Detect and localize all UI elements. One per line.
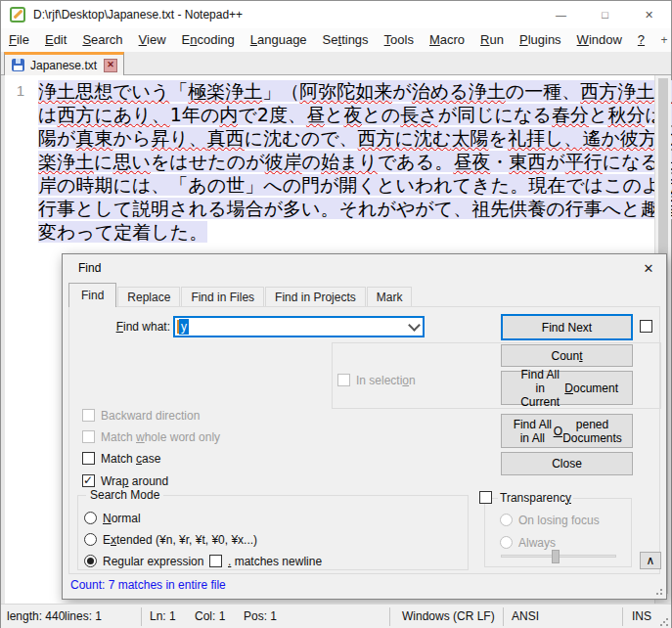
wrap-around-checkbox[interactable]: Wrap around — [82, 473, 168, 488]
checkbox-box — [82, 409, 95, 422]
text-segment-misspelled: 春分 — [552, 104, 589, 125]
transparency-checkbox[interactable]: Transparency — [479, 490, 573, 505]
checkbox-box — [479, 491, 492, 504]
combo-dropdown-button[interactable] — [405, 318, 423, 336]
menu-item-settings[interactable]: Settings — [315, 28, 377, 52]
menu-item-view[interactable]: View — [131, 28, 174, 52]
maximize-button[interactable]: □ — [583, 1, 627, 28]
text-segment: に沈むので、 — [245, 127, 358, 149]
tab-close-icon[interactable]: ✕ — [104, 59, 117, 72]
insert-mode[interactable]: INS — [632, 609, 651, 623]
dot-matches-newline-checkbox[interactable]: . matches newline — [209, 554, 322, 568]
dialog-resize-grip[interactable] — [655, 588, 663, 596]
tab-japanese-txt[interactable]: Japanese.txt ✕ — [4, 52, 124, 75]
minimize-button[interactable]: — — [539, 1, 583, 28]
cursor-position: Pos: 1 — [244, 609, 277, 623]
close-dialog-button[interactable]: Close — [501, 452, 633, 475]
text-segment-misspelled: 夜 — [343, 104, 362, 125]
text-segment-misspelled: 思い — [112, 151, 150, 172]
menu-bar: FileEditSearchViewEncodingLanguageSettin… — [1, 28, 671, 52]
menu-item-help[interactable]: ? — [630, 28, 652, 52]
menu-item-search[interactable]: Search — [74, 28, 130, 52]
backward-direction-checkbox[interactable]: Backward direction — [82, 408, 200, 423]
status-bar: length: 440 lines: 1 Ln: 1 Col: 1 Pos: 1… — [1, 604, 671, 628]
document-line: 陽が真東から昇り、真西に沈むので、西方に沈む太陽を礼拝し、遙か彼方の極 — [38, 126, 651, 150]
find-dialog-tab-mark[interactable]: Mark — [367, 287, 413, 307]
on-losing-focus-label: On losing focus — [518, 514, 600, 527]
menu-item-encoding[interactable]: Encoding — [174, 28, 243, 52]
match-whole-word-checkbox[interactable]: Match whole word only — [82, 429, 220, 444]
match-case-checkbox[interactable]: Match case — [82, 451, 160, 466]
count-button[interactable]: Count — [501, 344, 633, 367]
in-selection-label: In selection — [356, 374, 416, 387]
search-mode-extended-radio[interactable]: Extended (¥n, ¥r, ¥t, ¥0, ¥x...) — [84, 532, 257, 547]
text-segment: から — [112, 127, 151, 149]
document-line: 楽浄土に思いをはせたのが彼岸の始まりである。昼夜・東西が平行になるお彼 — [38, 150, 651, 173]
window-resize-grip[interactable] — [659, 617, 669, 627]
find-dialog-tab-replace[interactable]: Replace — [117, 287, 180, 307]
text-segment: を — [488, 127, 507, 149]
text-segment-misspelled: 昇り、 — [151, 127, 206, 149]
notepadpp-window: D:\rjf\Desktop\Japanese.txt - Notepad++ … — [0, 0, 672, 628]
in-selection-checkbox[interactable]: In selection — [337, 373, 416, 387]
find-all-opened-button[interactable]: Find All in All Opened Documents — [501, 414, 633, 448]
text-segment: に — [94, 151, 112, 172]
encoding[interactable]: ANSI — [512, 609, 539, 623]
text-segment: は — [38, 104, 57, 125]
transparency-slider[interactable] — [501, 555, 616, 558]
menu-item-macro[interactable]: Macro — [422, 28, 472, 52]
menu-item-run[interactable]: Run — [472, 28, 512, 52]
on-losing-focus-radio[interactable]: On losing focus — [500, 513, 600, 527]
find-what-label: Find what: — [80, 320, 170, 334]
backward-direction-label: Backward direction — [101, 409, 200, 423]
find-dialog-tab-find[interactable]: Find — [68, 283, 116, 307]
menu-item-plugins[interactable]: Plugins — [512, 28, 569, 52]
text-segment-misspelled: 長さ — [400, 104, 437, 125]
text-segment: ・ — [490, 151, 509, 172]
search-mode-normal-radio[interactable]: Normal — [84, 511, 141, 525]
text-segment-misspelled: 真西 — [207, 127, 245, 149]
text-segment: 陽が — [38, 127, 75, 149]
window-title: D:\rjf\Desktop\Japanese.txt - Notepad++ — [33, 8, 243, 22]
text-segment: 「 — [169, 80, 188, 102]
collapse-dialog-button[interactable]: ∧ — [640, 552, 661, 569]
checkbox-box — [82, 430, 95, 443]
dot-matches-newline-label: . matches newline — [228, 555, 322, 568]
menu-item-edit[interactable]: Edit — [37, 28, 74, 52]
find-what-input[interactable]: y — [173, 316, 425, 337]
text-segment-misspelled: 秋分 — [607, 104, 645, 125]
text-segment: が同じになる — [438, 104, 552, 125]
title-bar: D:\rjf\Desktop\Japanese.txt - Notepad++ … — [1, 1, 671, 28]
statusbar-separator — [389, 607, 390, 626]
menu-items: FileEditSearchViewEncodingLanguageSettin… — [1, 28, 652, 52]
transparency-slider-thumb[interactable] — [552, 550, 560, 563]
text-segment-misspelled: 遙か彼方 — [582, 127, 656, 149]
find-all-current-button[interactable]: Find All in Current Document — [501, 371, 633, 405]
cursor-column: Col: 1 — [195, 609, 225, 623]
text-segment: である。 — [378, 151, 453, 172]
checkbox-box — [337, 374, 350, 386]
menu-item-window[interactable]: Window — [569, 28, 630, 52]
checkbox-box — [82, 452, 95, 465]
match-case-label: Match case — [101, 452, 160, 466]
text-segment-misspelled: 礼拝し、 — [508, 127, 582, 149]
unlabeled-checkbox[interactable] — [640, 319, 658, 334]
find-dialog-tabs: FindReplaceFind in FilesFind in Projects… — [68, 284, 413, 307]
find-dialog-tab-find-in-files[interactable]: Find in Files — [181, 287, 264, 307]
menu-item-file[interactable]: File — [1, 28, 37, 52]
text-segment-misspelled: 極楽浄土 — [188, 80, 262, 102]
menu-item-language[interactable]: Language — [243, 28, 315, 52]
eol-format[interactable]: Windows (CR LF) — [402, 609, 495, 623]
menu-item-tools[interactable]: Tools — [377, 28, 422, 52]
text-segment-misspelled: 昼夜 — [453, 151, 490, 172]
search-mode-regex-radio[interactable]: Regular expression — [84, 554, 203, 568]
always-radio[interactable]: Always — [500, 535, 556, 550]
find-next-button[interactable]: Find Next — [501, 314, 633, 340]
dialog-close-icon[interactable]: ✕ — [638, 258, 659, 278]
document-text[interactable]: 浄土思想でいう「極楽浄土」（阿弥陀如来が治める浄土の一種、西方浄土）は西方にあり… — [38, 79, 651, 244]
find-dialog-tab-find-in-projects[interactable]: Find in Projects — [265, 287, 366, 307]
plus-button[interactable]: + — [652, 33, 672, 47]
close-window-button[interactable]: ✕ — [627, 1, 671, 28]
doc-lines: lines: 1 — [65, 609, 102, 623]
text-segment-misspelled: 浄土思想でいう — [38, 80, 169, 102]
